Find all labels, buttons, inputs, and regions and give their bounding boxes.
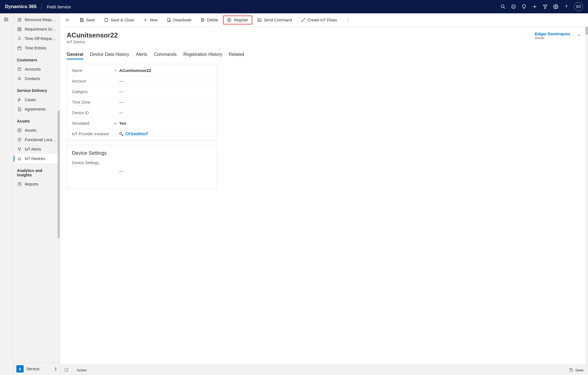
field-provider[interactable]: IoT Provider Instance CFSwithIoT xyxy=(67,129,217,139)
tab-registration-history[interactable]: Registration History xyxy=(183,50,222,59)
send-command-button[interactable]: Send Command xyxy=(253,16,296,24)
deactivate-button[interactable]: Deactivate xyxy=(163,16,195,24)
svg-rect-42 xyxy=(258,19,261,21)
sidebar-item-agreements[interactable]: Agreements xyxy=(14,104,60,114)
field-simulated[interactable]: Simulated+ Yes xyxy=(67,118,217,129)
sidebar-item-label: IoT Alerts xyxy=(25,147,41,151)
register-button[interactable]: Register xyxy=(223,16,252,24)
tab-commands[interactable]: Commands xyxy=(154,50,177,59)
svg-point-0 xyxy=(501,5,504,8)
svg-rect-29 xyxy=(18,158,21,160)
sidebar-item-resource-requirements[interactable]: Resource Require… xyxy=(14,15,60,24)
section-analytics: Analytics and Insights xyxy=(14,163,60,179)
svg-point-6 xyxy=(555,6,557,8)
svg-point-28 xyxy=(19,150,20,151)
plus-icon[interactable] xyxy=(532,4,537,9)
footer-save-button[interactable]: Save xyxy=(569,368,584,372)
create-flows-button[interactable]: Create IoT Flows xyxy=(297,16,341,24)
svg-point-26 xyxy=(18,148,19,149)
sidebar-item-contacts[interactable]: Contacts xyxy=(14,74,60,83)
sidebar-item-label: IoT Devices xyxy=(25,156,45,161)
svg-rect-12 xyxy=(20,28,21,29)
name-label: Name xyxy=(72,68,82,73)
chevron-down-icon[interactable] xyxy=(577,33,581,38)
field-category[interactable]: Category --- xyxy=(67,86,217,97)
field-deviceid[interactable]: Device ID --- xyxy=(67,108,217,118)
new-label: New xyxy=(150,18,158,22)
sidebar-item-assets[interactable]: Assets xyxy=(14,126,60,135)
sidebar-item-label: Cases xyxy=(25,98,36,102)
field-timezone[interactable]: Time Zone --- xyxy=(67,97,217,108)
category-label: Category xyxy=(72,89,88,94)
device-settings-panel: Device Settings Device Settings --- xyxy=(67,145,217,189)
lightbulb-icon[interactable] xyxy=(521,4,527,9)
tab-related[interactable]: Related xyxy=(229,50,244,59)
svg-point-27 xyxy=(20,148,21,149)
save-close-button[interactable]: Save & Close xyxy=(100,16,138,24)
save-close-icon xyxy=(104,18,108,22)
svg-point-44 xyxy=(302,21,302,22)
gear-icon[interactable] xyxy=(553,4,559,9)
back-button[interactable] xyxy=(63,16,72,24)
wrench-icon xyxy=(17,97,22,102)
user-avatar[interactable]: ED xyxy=(574,2,583,11)
sidebar-item-label: Reports xyxy=(25,182,38,186)
section-customers: Customers xyxy=(14,53,60,64)
svg-rect-16 xyxy=(18,47,21,50)
map-pin-icon xyxy=(17,137,22,142)
tab-general[interactable]: General xyxy=(67,50,83,59)
content-scrollbar-thumb[interactable] xyxy=(585,27,588,35)
svg-point-45 xyxy=(304,18,305,19)
area-switcher[interactable]: S Service ▲▼ xyxy=(14,362,60,375)
filter-icon[interactable] xyxy=(542,4,548,9)
help-icon[interactable] xyxy=(564,4,569,9)
sidebar-scrollbar-thumb[interactable] xyxy=(58,111,60,238)
owner-name[interactable]: Edgar Dominquez xyxy=(535,31,570,36)
new-button[interactable]: New xyxy=(139,16,161,24)
sidebar-item-requirement-groups[interactable]: Requirement Grou… xyxy=(14,24,60,34)
sidebar-item-functional-locations[interactable]: Functional Locations xyxy=(14,135,60,144)
module-label[interactable]: Field Service xyxy=(47,4,71,9)
sidebar-item-iot-devices[interactable]: IoT Devices xyxy=(14,154,60,163)
svg-rect-11 xyxy=(18,28,19,29)
field-device-settings[interactable]: Device Settings --- xyxy=(67,158,217,176)
name-value: ACunitsensor22 xyxy=(119,68,212,73)
sidebar-item-reports[interactable]: Reports xyxy=(14,179,60,189)
field-account[interactable]: Account --- xyxy=(67,76,217,86)
tab-alerts[interactable]: Alerts xyxy=(136,50,147,59)
send-command-label: Send Command xyxy=(264,18,292,22)
tab-device-data-history[interactable]: Device Data History xyxy=(90,50,129,59)
sidebar-item-iot-alerts[interactable]: IoT Alerts xyxy=(14,144,60,154)
save-button[interactable]: Save xyxy=(76,16,99,24)
general-panel: Name* ACunitsensor22 Account --- Categor… xyxy=(67,64,217,141)
field-name[interactable]: Name* ACunitsensor22 xyxy=(67,65,217,76)
record-entity: IoT Device xyxy=(67,40,118,44)
assistant-icon[interactable] xyxy=(511,4,516,9)
sidebar-item-time-off[interactable]: Time Off Requests xyxy=(14,34,60,43)
content-scrollbar[interactable] xyxy=(585,27,588,365)
document-icon xyxy=(17,107,22,112)
sidebar-item-label: Resource Require… xyxy=(25,18,56,22)
box-icon xyxy=(17,128,22,133)
more-commands-button[interactable] xyxy=(344,16,353,24)
sidebar-item-label: Requirement Grou… xyxy=(25,27,56,31)
sidebar-item-label: Accounts xyxy=(25,67,41,71)
popout-icon[interactable] xyxy=(64,368,68,372)
provider-label: IoT Provider Instance xyxy=(72,132,109,136)
required-indicator: * xyxy=(115,69,116,73)
footer-save-label: Save xyxy=(575,368,584,372)
save-icon xyxy=(79,18,84,22)
delete-button[interactable]: Delete xyxy=(196,16,222,24)
section-assets: Assets xyxy=(14,114,60,126)
sidebar-item-cases[interactable]: Cases xyxy=(14,95,60,104)
calendar-icon xyxy=(17,46,22,51)
hamburger-icon[interactable] xyxy=(3,17,10,23)
provider-value[interactable]: CFSwithIoT xyxy=(119,131,212,136)
svg-marker-5 xyxy=(543,5,547,9)
sidebar-item-accounts[interactable]: Accounts xyxy=(14,64,60,74)
svg-point-46 xyxy=(348,18,348,19)
sidebar-item-time-entries[interactable]: Time Entries xyxy=(14,43,60,53)
search-icon[interactable] xyxy=(500,4,506,9)
svg-rect-34 xyxy=(81,18,82,19)
svg-rect-35 xyxy=(81,20,82,22)
